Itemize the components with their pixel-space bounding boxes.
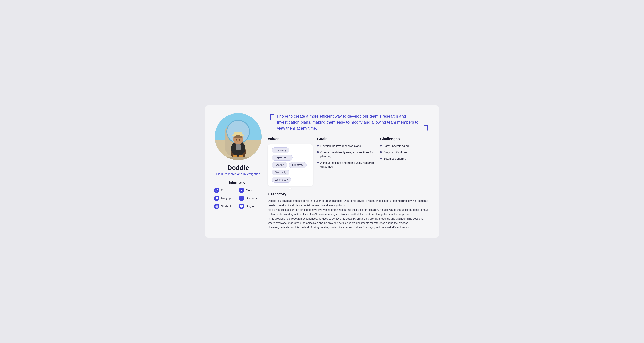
svg-rect-20: [225, 157, 252, 160]
gender-icon: [239, 188, 244, 193]
bullet-dot: [380, 151, 382, 153]
vcg-section: Values Efficiency organization Sharing C…: [268, 137, 430, 186]
user-story-title: User Story: [268, 192, 430, 196]
quote-block: I hope to create a more efficient way to…: [268, 113, 430, 131]
values-tags: Efficiency organization Sharing Creativi…: [272, 147, 309, 183]
location-icon: [214, 196, 219, 201]
tag-creativity: Creativity: [289, 162, 306, 168]
tag-organization: organization: [272, 155, 293, 161]
goal-item-2: Achieve efficient and high-quality resea…: [317, 161, 376, 169]
info-item-gender: Male: [239, 188, 262, 193]
goals-title: Goals: [317, 137, 376, 141]
occupation-icon: [214, 204, 219, 209]
person-role: Field Research and Investigation: [216, 172, 260, 176]
tag-efficiency: Efficiency: [272, 147, 290, 153]
occupation-value: Student: [221, 205, 231, 208]
persona-card: Doddle Field Research and Investigation …: [204, 105, 440, 238]
goals-list: Develop intuitive research plans Create …: [317, 144, 376, 169]
info-item-education: Bachelor: [239, 196, 262, 201]
person-name: Doddle: [228, 164, 249, 171]
bullet-dot: [317, 162, 319, 163]
svg-rect-11: [234, 132, 242, 135]
bullet-dot: [317, 151, 319, 153]
svg-point-25: [216, 198, 217, 198]
goal-item-1: Create user-friendly usage instructions …: [317, 150, 376, 158]
info-item-relationship: Single: [239, 204, 262, 209]
values-title: Values: [268, 137, 313, 141]
challenge-item-0: Easy understanding: [380, 144, 430, 148]
education-icon: [239, 196, 244, 201]
svg-point-23: [241, 190, 242, 190]
bullet-dot: [380, 145, 382, 147]
info-item-occupation: Student: [214, 204, 238, 209]
bullet-dot: [317, 145, 319, 147]
relationship-icon: [239, 204, 244, 209]
challenge-item-1: Easy modifications: [380, 150, 430, 154]
age-icon: [214, 188, 219, 193]
avatar: [215, 113, 262, 160]
goal-item-0: Develop intuitive research plans: [317, 144, 376, 148]
age-value: 25: [221, 189, 224, 192]
location-value: Nanjing: [221, 197, 231, 200]
relationship-value: Single: [246, 205, 254, 208]
quote-text: I hope to create a more efficient way to…: [277, 113, 420, 131]
info-grid: 25 Male: [214, 188, 262, 209]
tag-technology: technology: [272, 177, 291, 183]
info-item-age: 25: [214, 188, 238, 193]
tag-simplicity: Simplicity: [272, 170, 290, 175]
left-column: Doddle Field Research and Investigation …: [214, 113, 268, 230]
info-section: Information 25: [214, 181, 262, 209]
challenges-list: Easy understanding Easy modifications Se…: [380, 144, 430, 161]
tag-sharing: Sharing: [272, 162, 287, 168]
values-bubble: Efficiency organization Sharing Creativi…: [268, 144, 313, 186]
bullet-dot: [380, 158, 382, 159]
info-title: Information: [214, 181, 262, 185]
goals-column: Goals Develop intuitive research plans C…: [317, 137, 376, 186]
values-column: Values Efficiency organization Sharing C…: [268, 137, 313, 186]
quote-open-bracket-icon: [268, 113, 274, 127]
challenges-title: Challenges: [380, 137, 430, 141]
svg-point-12: [236, 139, 238, 141]
svg-rect-8: [236, 144, 241, 150]
education-value: Bachelor: [246, 197, 257, 200]
quote-close-bracket-icon: [423, 118, 430, 131]
gender-value: Male: [246, 189, 252, 192]
svg-point-13: [239, 139, 240, 141]
user-story-text: Doddle is a graduate student in his thir…: [268, 199, 430, 230]
challenges-column: Challenges Easy understanding Easy modif…: [380, 137, 430, 186]
info-item-location: Nanjing: [214, 196, 238, 201]
user-story-section: User Story Doddle is a graduate student …: [268, 192, 430, 230]
challenge-item-2: Seamless sharing: [380, 157, 430, 161]
right-column: I hope to create a more efficient way to…: [268, 113, 430, 230]
